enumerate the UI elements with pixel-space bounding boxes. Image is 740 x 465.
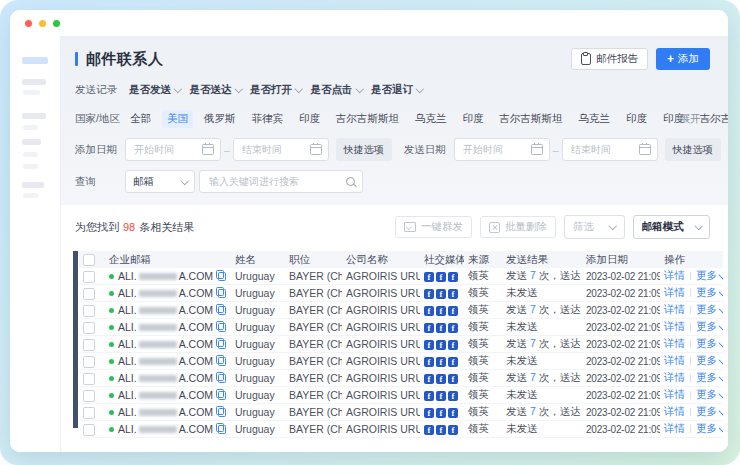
row-checkbox[interactable] [83,271,95,283]
keyword-search-input[interactable] [207,175,342,188]
country-option[interactable]: 俄罗斯 [199,110,241,128]
facebook-icon[interactable]: f [424,340,434,350]
copy-icon[interactable] [218,357,226,366]
row-checkbox[interactable] [83,390,95,402]
add-date-start-input[interactable] [125,138,221,161]
facebook-icon[interactable]: f [424,408,434,418]
country-option[interactable]: 乌克兰 [574,110,616,128]
copy-icon[interactable] [218,374,226,383]
facebook-icon[interactable]: f [424,306,434,316]
row-checkbox[interactable] [83,288,95,300]
facebook-icon[interactable]: f [424,374,434,384]
send-date-start-input[interactable] [454,138,550,161]
detail-link[interactable]: 详情 [664,405,685,417]
detail-link[interactable]: 详情 [664,371,685,383]
facebook-icon[interactable]: f [448,289,458,299]
query-type-select[interactable]: 邮箱 [125,170,195,193]
copy-icon[interactable] [218,272,226,281]
detail-link[interactable]: 详情 [664,354,685,366]
country-option[interactable]: 印度 [294,110,325,128]
bulk-delete-button[interactable]: 批量删除 [480,216,556,238]
facebook-icon[interactable]: f [424,357,434,367]
facebook-icon[interactable]: f [436,374,446,384]
facebook-icon[interactable]: f [436,425,446,435]
country-option[interactable]: 印度 [458,110,489,128]
row-checkbox[interactable] [83,339,95,351]
send-date-end-field[interactable] [569,143,635,156]
facebook-icon[interactable]: f [424,272,434,282]
facebook-icon[interactable]: f [424,425,434,435]
country-option[interactable]: 菲律宾 [247,110,289,128]
facebook-icon[interactable]: f [448,391,458,401]
expand-toggle[interactable]: 展开 [680,112,711,126]
country-option-selected[interactable]: 美国 [162,110,193,128]
facebook-icon[interactable]: f [436,408,446,418]
send-date-start-field[interactable] [461,143,527,156]
bulk-send-button[interactable]: 一键群发 [395,216,472,238]
facebook-icon[interactable]: f [448,425,458,435]
facebook-icon[interactable]: f [436,391,446,401]
more-link[interactable]: 更多 [696,388,723,400]
copy-icon[interactable] [218,323,226,332]
mail-report-button[interactable]: 邮件报告 [571,48,648,70]
country-option[interactable]: 全部 [125,110,156,128]
facebook-icon[interactable]: f [448,306,458,316]
row-checkbox[interactable] [83,322,95,334]
filter-dropdown[interactable]: 是否发送 [129,83,181,97]
detail-link[interactable]: 详情 [664,422,685,434]
more-link[interactable]: 更多 [696,371,723,383]
copy-icon[interactable] [218,306,226,315]
facebook-icon[interactable]: f [424,391,434,401]
detail-link[interactable]: 详情 [664,286,685,298]
facebook-icon[interactable]: f [448,357,458,367]
select-all-checkbox[interactable] [83,254,95,266]
add-date-quick-button[interactable]: 快捷选项 [336,138,392,161]
detail-link[interactable]: 详情 [664,320,685,332]
more-link[interactable]: 更多 [696,286,723,298]
mode-select[interactable]: 邮箱模式 [633,215,711,239]
add-date-end-field[interactable] [240,143,306,156]
send-date-end-input[interactable] [562,138,658,161]
row-checkbox[interactable] [83,407,95,419]
country-option[interactable]: 吉尔吉斯斯坦 [331,110,404,128]
copy-icon[interactable] [218,289,226,298]
more-link[interactable]: 更多 [696,422,723,434]
detail-link[interactable]: 详情 [664,269,685,281]
row-checkbox[interactable] [83,356,95,368]
facebook-icon[interactable]: f [424,289,434,299]
country-option[interactable]: 印度 [621,110,652,128]
row-checkbox[interactable] [83,305,95,317]
minimize-dot[interactable] [39,20,46,27]
facebook-icon[interactable]: f [436,272,446,282]
copy-icon[interactable] [218,340,226,349]
filter-select[interactable]: 筛选 [564,215,625,239]
more-link[interactable]: 更多 [696,269,723,281]
filter-dropdown[interactable]: 是否打开 [250,83,302,97]
send-date-quick-button[interactable]: 快捷选项 [665,138,721,161]
country-option[interactable]: 乌克兰 [410,110,452,128]
add-date-end-input[interactable] [233,138,329,161]
copy-icon[interactable] [218,425,226,434]
facebook-icon[interactable]: f [436,357,446,367]
facebook-icon[interactable]: f [424,323,434,333]
detail-link[interactable]: 详情 [664,388,685,400]
copy-icon[interactable] [218,408,226,417]
copy-icon[interactable] [218,391,226,400]
close-dot[interactable] [25,20,32,27]
facebook-icon[interactable]: f [436,306,446,316]
detail-link[interactable]: 详情 [664,303,685,315]
keyword-search-box[interactable] [199,170,363,193]
filter-dropdown[interactable]: 是否点击 [311,83,363,97]
filter-dropdown[interactable]: 是否送达 [190,83,242,97]
facebook-icon[interactable]: f [448,323,458,333]
more-link[interactable]: 更多 [696,337,723,349]
facebook-icon[interactable]: f [448,340,458,350]
facebook-icon[interactable]: f [436,323,446,333]
add-button[interactable]: + 添加 [656,48,710,70]
row-checkbox[interactable] [83,424,95,436]
facebook-icon[interactable]: f [436,340,446,350]
facebook-icon[interactable]: f [448,408,458,418]
row-checkbox[interactable] [83,373,95,385]
country-option[interactable]: 吉尔吉斯斯坦 [495,110,568,128]
add-date-start-field[interactable] [132,143,198,156]
